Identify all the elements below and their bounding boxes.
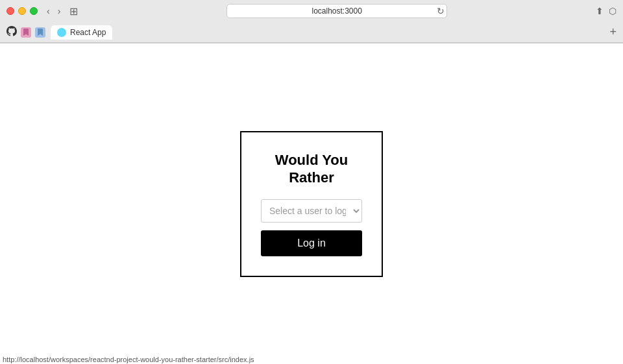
maximize-button[interactable] (30, 7, 38, 15)
card-title: Would You Rather (261, 152, 362, 186)
add-tab-button[interactable]: + (609, 25, 617, 39)
tab-favicon (57, 28, 66, 37)
forward-button[interactable]: › (55, 5, 64, 18)
login-card: Would You Rather Select a user to log in… (240, 131, 383, 277)
traffic-lights (6, 7, 38, 15)
status-bar: http://localhost/workspaces/reactnd-proj… (0, 354, 623, 364)
title-bar: ‹ › ⊞ ↻ ⬆ ⬡ (0, 0, 623, 22)
window-controls: ⬆ ⬡ (596, 6, 617, 16)
bookmark-icon-2[interactable] (35, 27, 45, 38)
address-input[interactable] (226, 4, 447, 18)
active-tab[interactable]: React App (51, 25, 112, 40)
page-content: Would You Rather Select a user to log in… (0, 43, 623, 364)
close-button[interactable] (6, 7, 14, 15)
github-icon[interactable] (6, 26, 17, 39)
status-url: http://localhost/workspaces/reactnd-proj… (3, 356, 254, 363)
browser-icons (6, 26, 45, 39)
back-button[interactable]: ‹ (44, 5, 53, 18)
address-bar: ↻ (84, 4, 589, 18)
login-button[interactable]: Log in (261, 230, 362, 256)
fullscreen-button[interactable]: ⬡ (609, 6, 617, 16)
tab-title: React App (70, 28, 106, 37)
user-select[interactable]: Select a user to log in (261, 199, 362, 223)
share-button[interactable]: ⬆ (596, 6, 604, 16)
refresh-button[interactable]: ↻ (437, 6, 445, 16)
sidebar-button[interactable]: ⊞ (69, 5, 78, 18)
tab-bar: React App + (0, 22, 623, 43)
minimize-button[interactable] (18, 7, 26, 15)
bookmark-icon-1[interactable] (21, 27, 31, 38)
nav-buttons: ‹ › (44, 5, 63, 18)
svg-point-1 (61, 32, 62, 33)
